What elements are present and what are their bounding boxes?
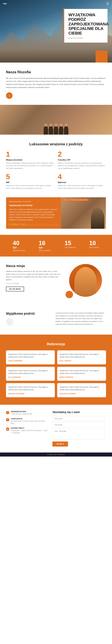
contact-phone-info: ZADZWOŃ DO NAS 1 (236) 907-00, 1 (236) 9… [11, 411, 32, 415]
unique-section: Wyjątkowa podróż Lit enim ad minim venia… [0, 304, 112, 334]
testimonials-section: Referencje Sample text. Click to select … [0, 334, 112, 405]
phone-icon: ✆ [6, 411, 9, 414]
testimonial-author-1: ATELIA AARANGE [8, 360, 52, 362]
hero-text-box: WYJĄTKOWA PODRÓŻ ZAPROJEKTOWANA SPECJALN… [64, 9, 107, 42]
contact-phone-text: 1 (236) 907-00, 1 (236) 907-654 [11, 413, 32, 415]
contact-address: ⚑ LOKALIZACJA 521 Bush Street, 27 Avenue… [6, 418, 48, 424]
personalized-links: DO VIE MIUSI Freepik [9, 223, 58, 225]
testimonial-card-1: Sample text. Click to select the text bo… [6, 350, 55, 364]
stat-num-16: 16 [39, 240, 45, 246]
hero-orange-block [95, 51, 107, 62]
luxury-card-2: 2 Transfery VIP Dbamy o Twój komfort nas… [58, 151, 106, 170]
testimonial-author-3: ELLA ARANSDA [8, 376, 52, 378]
personalized-freepik-link[interactable]: Freepik [20, 223, 25, 225]
philosophy-text: We are a team of tourist specialists pas… [6, 77, 106, 89]
stat-num-10: 10 [89, 240, 96, 246]
contact-submit-button[interactable]: WYŚLIJ [52, 442, 68, 446]
hero-subtitle: Image from Freepik [68, 37, 103, 39]
testimonial-author-6: NOSSAN GATYWAWI [60, 393, 104, 394]
figure-5 [64, 126, 68, 134]
unique-text: Lit enim ad minim veniam, quis nostrud e… [56, 312, 105, 326]
mission-cta-button[interactable]: DO VIE MIUSI [6, 287, 24, 292]
testimonial-author-4: MARIA ZONSODA [60, 376, 104, 378]
mission-person-silhouette [74, 267, 97, 297]
contact-hours-info: GODZINY PRACY Poniedziałek — piątek, 09:… [11, 427, 48, 434]
personalized-person-silhouette [91, 208, 104, 229]
stat-16: 16 tys Sammy zakupione [39, 240, 51, 251]
location-icon: ⚑ [6, 418, 9, 422]
footer-text: Designed with ♥ WebWave [47, 454, 65, 455]
personalized-tag: PERSONALIZED VACATIONS [9, 201, 58, 202]
luxury-card-text-5: Sample text. Click to select the text bo… [6, 184, 54, 190]
contact-name-input[interactable] [52, 416, 104, 421]
testimonial-text-6: Sample text. Click to select the text bo… [60, 386, 104, 391]
contact-left: ✆ ZADZWOŃ DO NAS 1 (236) 907-00, 1 (236)… [6, 411, 48, 446]
contact-phone: ✆ ZADZWOŃ DO NAS 1 (236) 907-00, 1 (236)… [6, 411, 48, 415]
figure-3 [54, 126, 58, 134]
footer: Designed with ♥ WebWave [0, 452, 112, 456]
group-figures [44, 126, 68, 134]
mission-image-caption: Image from Freepik [6, 282, 61, 284]
testimonial-author-2: PAUL AADRON [60, 360, 104, 362]
mission-text: Habitant morbi tristique senectus et. Ne… [6, 270, 61, 281]
philosophy-arrow-button[interactable]: → [6, 92, 13, 99]
personalized-right-tag: WHAT IS YOUR VACATIONS TYPE? [62, 199, 89, 201]
luxury-card-title-2: Transfery VIP [58, 159, 106, 161]
contact-section: ✆ ZADZWOŃ DO NAS 1 (236) 907-00, 1 (236)… [0, 405, 112, 452]
mission-freepik-link[interactable]: Freepik [14, 282, 19, 284]
stats-section: 40 tys Zadowoleni klientu 16 tys Sammy z… [0, 235, 112, 256]
nav-bar: logo ☰ [0, 0, 112, 7]
unique-right: Lit enim ad minim veniam, quis nostrud e… [56, 312, 105, 327]
luxury-num-5: 5 [6, 173, 54, 180]
mission-orange-dot [66, 291, 73, 298]
mission-section: Nasza misja Habitant morbi tristique sen… [0, 256, 112, 304]
figure-4 [59, 126, 63, 134]
testimonial-author-5: NOSSAN GATYWAWI [8, 393, 52, 394]
contact-hours-text: Poniedziałek — piątek, 09:00-16:00, Nied… [11, 430, 48, 434]
luxury-section: Luksusowe wrażenia z podróży 1 Miejsca d… [0, 134, 112, 197]
figure-2 [49, 126, 53, 134]
stat-40: 40 tys Zadowoleni klientu [13, 240, 25, 251]
stat-label-15: Lata działalności [64, 246, 76, 248]
testimonials-grid: Sample text. Click to select the text bo… [6, 350, 106, 397]
luxury-card-text-2: Dbamy o Twój komfort naszych transferów … [58, 162, 106, 170]
unique-white-circle [6, 318, 14, 326]
hero-section: logo ☰ WYJĄTKOWA PODRÓŻ ZAPROJEKTOWANA S… [0, 0, 112, 62]
stat-num-15: 15 [64, 240, 71, 246]
clock-icon: ⏰ [6, 428, 9, 431]
testimonial-text-3: Sample text. Click to select the text bo… [8, 370, 52, 375]
personalized-section: PERSONALIZED VACATIONS Zapraszamy do Gre… [6, 197, 106, 229]
luxury-card-text-4: Sample text. Click to select the text bo… [58, 184, 106, 190]
stat-label-40: Zadowoleni klientu [13, 250, 25, 251]
contact-right: Skontaktuj się z nami WYŚLIJ [52, 411, 104, 446]
personalized-image: WHAT IS YOUR VACATIONS TYPE? [61, 197, 106, 229]
personalized-cta-link[interactable]: DO VIE MIUSI [9, 223, 19, 225]
personalized-text: Zanurz się w pięknych wąwozach, fascynuj… [9, 208, 58, 221]
menu-icon[interactable]: ☰ [106, 2, 109, 5]
testimonial-text-5: Sample text. Click to select the text bo… [8, 386, 52, 391]
contact-hours-title: GODZINY PRACY [11, 427, 48, 429]
testimonial-text-1: Sample text. Click to select the text bo… [8, 353, 52, 358]
contact-address-info: LOKALIZACJA 521 Bush Street, 27 Avenue, … [11, 418, 48, 424]
unique-heading: Wyjątkowa podróż [6, 312, 51, 316]
unique-inner: Wyjątkowa podróż Lit enim ad minim venia… [6, 312, 106, 327]
contact-phone-title: ZADZWOŃ DO NAS [11, 411, 32, 412]
luxury-card-1: 1 Miejsca docelowe Chcemy wniósł głos i … [6, 151, 54, 170]
stat-num-40: 40 [13, 240, 19, 246]
luxury-heading: Luksusowe wrażenia z podróży [6, 142, 106, 146]
testimonials-heading: Referencje [6, 342, 106, 346]
footer-link[interactable]: WebWave [58, 454, 65, 455]
mission-circle-image [69, 264, 102, 297]
testimonial-card-6: Sample text. Click to select the text bo… [57, 383, 106, 397]
contact-message-input[interactable] [52, 429, 104, 440]
hero-title: WYJĄTKOWA PODRÓŻ ZAPROJEKTOWANA SPECJALN… [68, 13, 103, 36]
luxury-card-4: 4 Wykonać Sample text. Click to select t… [58, 173, 106, 190]
stat-label-10: Nasze nagrody [89, 246, 99, 248]
contact-email-input[interactable] [52, 422, 104, 427]
contact-hours: ⏰ GODZINY PRACY Poniedziałek — piątek, 0… [6, 427, 48, 434]
hero-freepik-link[interactable]: Freepik [77, 37, 83, 39]
group-photo [0, 105, 112, 134]
nav-logo: logo [3, 2, 7, 4]
testimonial-text-2: Sample text. Click to select the text bo… [60, 353, 104, 358]
testimonial-card-5: Sample text. Click to select the text bo… [6, 383, 55, 397]
